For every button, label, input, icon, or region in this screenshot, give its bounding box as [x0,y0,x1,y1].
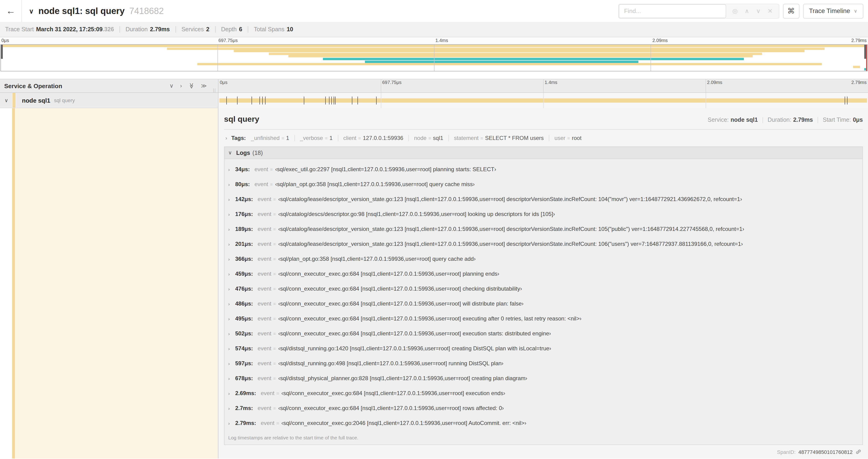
detail-span-title: sql query [224,115,708,124]
log-row[interactable]: ›2.7ms:event=‹sql/conn_executor_exec.go:… [224,401,862,416]
span-operation-name: sql query [54,97,75,103]
meta-value: node sql1 [731,117,758,123]
stat-divider [248,26,248,33]
ruler-gridline [434,45,434,71]
log-timestamp: 2.79ms: [235,420,256,426]
tags-row[interactable]: ›Tags:_unfinished=1_verbose=1client=127.… [224,132,863,145]
log-event-value: ‹sql/distsql_running.go:1420 [nsql1,clie… [278,345,551,352]
log-expand-chevron-icon[interactable]: › [228,226,235,232]
find-group: ◎ ∧ ∨ ✕ [619,3,779,19]
page-title: node sql1: sql query [38,6,125,16]
find-controls: ◎ ∧ ∨ ✕ [726,4,779,18]
ruler-tick-label: 2.09ms [706,80,722,85]
column-resize-grip[interactable]: || [213,88,216,92]
log-equals: = [270,182,273,187]
log-field-key: event [257,211,271,217]
back-button[interactable]: ← [0,0,22,22]
stat-value: March 31 2022, 17:25:09 [36,26,103,33]
log-row[interactable]: ›2.69ms:event=‹sql/conn_executor_exec.go… [224,386,862,401]
log-equals: = [273,361,276,366]
find-input[interactable] [619,4,726,18]
log-row[interactable]: ›495μs:event=‹sql/conn_executor_exec.go:… [224,311,862,326]
log-row[interactable]: ›574μs:event=‹sql/distsql_running.go:142… [224,341,862,356]
log-event-value: ‹sql/plan_opt.go:358 [nsql1,client=127.0… [275,181,474,188]
timeline-ruler: 0μs697.75μs1.4ms2.09ms2.79ms [218,79,868,92]
log-expand-chevron-icon[interactable]: › [228,405,235,411]
tag-equals: = [358,136,361,141]
log-expand-chevron-icon[interactable]: › [228,167,235,172]
minimap-left-scrubber-handle[interactable] [1,45,3,59]
collapse-trace-chevron-icon[interactable]: ∨ [29,7,34,15]
log-equals: = [273,256,276,261]
collapse-all-icon[interactable]: ≫ [188,83,195,89]
log-row[interactable]: ›476μs:event=‹sql/conn_executor_exec.go:… [224,281,862,296]
log-row[interactable]: ›142μs:event=‹sql/catalog/lease/descript… [224,192,862,207]
log-expand-chevron-icon[interactable]: › [228,271,235,276]
span-log-tick [265,97,266,104]
log-event-value: ‹sql/conn_executor_exec.go:684 [nsql1,cl… [281,390,505,396]
span-collapse-chevron-icon[interactable]: ∨ [0,97,12,103]
log-expand-chevron-icon[interactable]: › [228,421,235,426]
logs-header[interactable]: ∨ Logs (18) [224,147,862,159]
minimap-right-scrubber-handle[interactable] [864,45,866,59]
expand-one-icon[interactable]: › [180,83,182,89]
log-row[interactable]: ›678μs:event=‹sql/distsql_physical_plann… [224,371,862,386]
log-expand-chevron-icon[interactable]: › [228,241,235,247]
view-selector-button[interactable]: Trace Timeline ∨ [803,3,863,19]
log-row[interactable]: ›502μs:event=‹sql/conn_executor_exec.go:… [224,326,862,341]
log-row[interactable]: ›34μs:event=‹sql/exec_util.go:2297 [nsql… [224,162,862,177]
ruler-tick-label: 697.75μs [217,38,238,43]
tag-key: client [343,135,356,141]
log-row[interactable]: ›366μs:event=‹sql/plan_opt.go:358 [nsql1… [224,252,862,266]
log-row[interactable]: ›2.79ms:event=‹sql/conn_executor_exec.go… [224,416,862,431]
log-equals: = [273,286,276,291]
tags-expand-chevron-icon[interactable]: › [225,135,227,141]
log-expand-chevron-icon[interactable]: › [228,286,235,291]
clear-search-icon[interactable]: ✕ [768,7,773,14]
log-expand-chevron-icon[interactable]: › [228,316,235,321]
log-field-key: event [257,286,271,292]
log-row[interactable]: ›201μs:event=‹sql/catalog/lease/descript… [224,236,862,252]
log-event-value: ‹sql/catalog/lease/descriptor_version_st… [278,241,743,247]
log-field-key: event [254,181,268,188]
log-expand-chevron-icon[interactable]: › [228,182,235,187]
minimap-canvas[interactable] [0,44,868,71]
log-timestamp: 486μs: [235,300,253,307]
next-result-icon[interactable]: ∨ [756,7,761,14]
log-equals: = [273,316,276,321]
span-log-tick [226,97,227,104]
focus-match-icon[interactable]: ◎ [733,7,738,14]
log-row[interactable]: ›176μs:event=‹sql/catalog/descs/descript… [224,207,862,222]
log-expand-chevron-icon[interactable]: › [228,376,235,381]
log-expand-chevron-icon[interactable]: › [228,331,235,336]
deep-link-icon[interactable] [856,449,862,455]
log-timestamp: 574μs: [235,345,253,352]
tag-value: 1 [330,135,333,141]
expand-all-icon[interactable]: ≫ [201,83,207,89]
log-expand-chevron-icon[interactable]: › [228,391,235,396]
log-row[interactable]: ›459μs:event=‹sql/conn_executor_exec.go:… [224,266,862,281]
log-event-value: ‹sql/exec_util.go:2297 [nsql1,client=127… [275,166,496,173]
log-expand-chevron-icon[interactable]: › [228,256,235,261]
log-expand-chevron-icon[interactable]: › [228,346,235,351]
keyboard-shortcuts-button[interactable]: ⌘ [783,3,799,19]
log-expand-chevron-icon[interactable]: › [228,197,235,202]
trace-stat: Services2 [182,26,210,33]
span-row: ∨ node sql1 sql query [0,93,868,108]
minimap-end-marker [866,45,867,71]
log-event-value: ‹sql/distsql_running.go:498 [nsql1,clien… [278,360,503,367]
minimap-span-bar [198,63,822,65]
ruler-tick-label: 0μs [218,80,227,85]
span-row-label[interactable]: ∨ node sql1 sql query [0,93,218,108]
collapse-one-icon[interactable]: ∨ [169,83,174,89]
log-row[interactable]: ›486μs:event=‹sql/conn_executor_exec.go:… [224,296,862,311]
log-timestamp: 678μs: [235,375,253,382]
log-row[interactable]: ›189μs:event=‹sql/catalog/lease/descript… [224,222,862,236]
log-expand-chevron-icon[interactable]: › [228,361,235,366]
log-expand-chevron-icon[interactable]: › [228,211,235,217]
log-expand-chevron-icon[interactable]: › [228,301,235,306]
prev-result-icon[interactable]: ∧ [745,7,749,14]
log-row[interactable]: ›80μs:event=‹sql/plan_opt.go:358 [nsql1,… [224,177,862,192]
log-row[interactable]: ›597μs:event=‹sql/distsql_running.go:498… [224,356,862,371]
log-equals: = [273,197,276,202]
